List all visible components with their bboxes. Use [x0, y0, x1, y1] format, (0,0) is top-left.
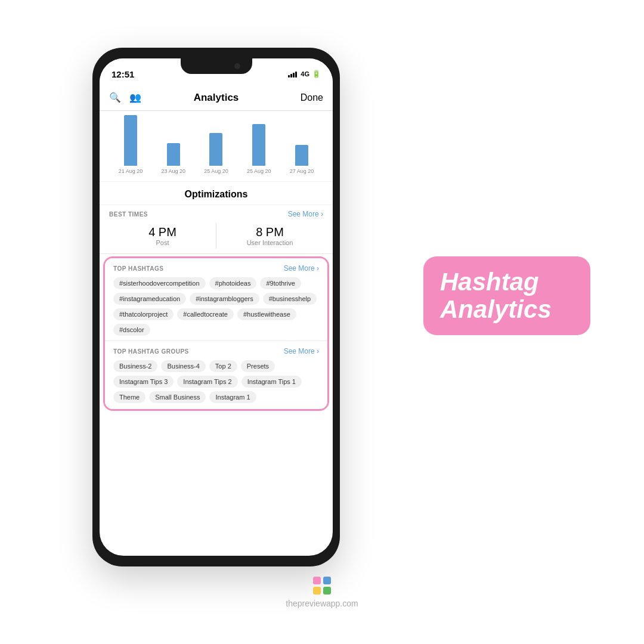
group-chip[interactable]: Business-2 [113, 360, 157, 372]
best-times-see-more[interactable]: See More › [288, 210, 323, 218]
best-times-section: BEST TIMES See More › 4 PM Post 8 PM Use… [100, 205, 333, 254]
best-time-post: 4 PM Post [109, 223, 216, 249]
top-groups-header: TOP HASHTAG GROUPS See More › [113, 347, 319, 355]
group-chips: Business-2 Business-4 Top 2 Presets Inst… [113, 360, 319, 403]
svg-rect-1 [323, 577, 331, 584]
top-hashtags-header: TOP HASHTAGS See More › [113, 264, 319, 273]
group-chip[interactable]: Instagram Tips 3 [113, 376, 174, 388]
chart-area: 21 Aug 20 23 Aug 20 25 Aug 20 25 Au [100, 111, 333, 182]
chart-bar-group-3: 25 Aug 20 [204, 133, 228, 174]
hashtag-chip[interactable]: #hustlewithease [237, 308, 296, 320]
best-time-interaction: 8 PM User Interaction [216, 223, 323, 249]
signal-icon [288, 70, 297, 78]
optimizations-title: Optimizations [185, 189, 248, 199]
battery-icon: 🔋 [312, 70, 321, 78]
top-hashtags-see-more[interactable]: See More › [284, 264, 319, 273]
chart-bar-2 [167, 143, 180, 166]
chart-bar-1 [124, 115, 137, 166]
app-logo [312, 576, 332, 595]
nav-left [109, 92, 141, 103]
group-chip[interactable]: Presets [241, 360, 275, 372]
best-times-grid: 4 PM Post 8 PM User Interaction [109, 223, 323, 249]
page-container: 12:51 4G 🔋 [0, 0, 644, 644]
hashtag-chips: #sisterhoodovercompetition #photoideas #… [113, 277, 319, 336]
chart-bar-3 [209, 133, 222, 166]
notch [181, 58, 252, 74]
top-hashtags-label: TOP HASHTAGS [113, 265, 163, 272]
phone-frame: 12:51 4G 🔋 [92, 48, 340, 566]
optimizations-section: Optimizations [100, 182, 333, 205]
chart-bars: 21 Aug 20 23 Aug 20 25 Aug 20 25 Au [109, 117, 323, 177]
chart-bar-group-1: 21 Aug 20 [119, 115, 143, 174]
svg-rect-3 [323, 587, 331, 595]
group-chip[interactable]: Business-4 [161, 360, 205, 372]
status-time: 12:51 [112, 69, 134, 79]
top-groups-see-more[interactable]: See More › [284, 347, 319, 355]
chart-label-1: 21 Aug 20 [119, 168, 143, 174]
hashtag-analytics-badge: Hashtag Analytics [423, 256, 590, 335]
top-hashtags-section: TOP HASHTAGS See More › #sisterhoodoverc… [105, 258, 327, 341]
svg-rect-2 [313, 587, 321, 595]
nav-title: Analytics [194, 92, 239, 104]
camera-icon [234, 63, 240, 69]
hashtag-chip[interactable]: #calledtocreate [177, 308, 234, 320]
chart-bar-group-5: 27 Aug 20 [290, 145, 314, 174]
chart-label-4: 25 Aug 20 [247, 168, 271, 174]
nav-bar: Analytics Done [100, 85, 333, 111]
group-chip[interactable]: Top 2 [209, 360, 237, 372]
hashtag-chip[interactable]: #dscolor [113, 324, 150, 336]
group-chip[interactable]: Instagram Tips 1 [242, 376, 302, 388]
svg-rect-0 [313, 577, 321, 584]
chart-bar-group-4: 25 Aug 20 [247, 124, 271, 174]
group-chip[interactable]: Small Business [149, 391, 206, 403]
people-icon[interactable] [129, 92, 141, 103]
phone-screen: 12:51 4G 🔋 [100, 58, 333, 556]
network-label: 4G [301, 70, 309, 78]
group-chip[interactable]: Instagram 1 [209, 391, 256, 403]
chart-label-5: 27 Aug 20 [290, 168, 314, 174]
best-time-interaction-desc: User Interaction [216, 239, 323, 246]
hashtag-chip[interactable]: #thatcolorproject [113, 308, 174, 320]
chart-bar-group-2: 23 Aug 20 [161, 143, 185, 174]
hashtag-chip[interactable]: #businesshelp [263, 293, 317, 305]
done-button[interactable]: Done [301, 92, 323, 103]
footer: thepreviewapp.com [0, 576, 644, 608]
chart-label-3: 25 Aug 20 [204, 168, 228, 174]
best-times-label: BEST TIMES [109, 211, 148, 218]
hashtag-chip[interactable]: #instagrameducation [113, 293, 186, 305]
top-groups-label: TOP HASHTAG GROUPS [113, 348, 189, 355]
best-time-post-desc: Post [109, 239, 216, 246]
screen-content: 12:51 4G 🔋 [100, 58, 333, 556]
footer-url: thepreviewapp.com [286, 599, 358, 608]
best-times-header: BEST TIMES See More › [109, 210, 323, 218]
search-icon[interactable] [109, 92, 121, 103]
best-time-interaction-value: 8 PM [216, 225, 323, 239]
top-groups-section: TOP HASHTAG GROUPS See More › Business-2… [105, 341, 327, 409]
chart-bar-5 [295, 145, 308, 166]
hashtag-analytics-text: Hashtag Analytics [440, 268, 574, 323]
best-time-post-value: 4 PM [109, 225, 216, 239]
hashtag-chip[interactable]: #photoideas [209, 277, 257, 289]
status-icons: 4G 🔋 [288, 70, 321, 78]
highlighted-section: TOP HASHTAGS See More › #sisterhoodoverc… [103, 256, 329, 411]
group-chip[interactable]: Theme [113, 391, 145, 403]
group-chip[interactable]: Instagram Tips 2 [177, 376, 237, 388]
hashtag-chip[interactable]: #sisterhoodovercompetition [113, 277, 206, 289]
hashtag-chip[interactable]: #9tothrive [260, 277, 301, 289]
chart-bar-4 [252, 124, 265, 166]
hashtag-chip[interactable]: #instagrambloggers [190, 293, 259, 305]
chart-label-2: 23 Aug 20 [161, 168, 185, 174]
